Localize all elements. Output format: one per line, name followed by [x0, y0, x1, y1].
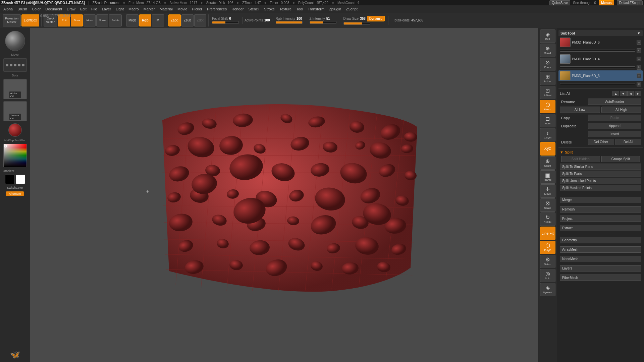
- arrow-left-button[interactable]: ◄: [627, 91, 634, 96]
- all-high-button[interactable]: All High: [601, 107, 642, 113]
- merge-button[interactable]: Merge: [560, 197, 641, 203]
- mesh-eye-3[interactable]: 👁: [637, 82, 641, 86]
- menu-file[interactable]: File: [89, 6, 99, 12]
- projection-master-button[interactable]: Projection Master: [3, 14, 21, 26]
- layers-button[interactable]: Layers: [560, 265, 641, 272]
- menu-preferences[interactable]: Preferences: [205, 6, 229, 12]
- alternate-button[interactable]: Alternate: [6, 191, 23, 196]
- frame-button[interactable]: ▣ Frame: [540, 170, 555, 184]
- menu-alpha[interactable]: Alpha: [1, 6, 15, 12]
- lsym-button[interactable]: ↕ L.Sym: [540, 128, 555, 141]
- persp-button[interactable]: ⬡ Persp: [540, 100, 555, 113]
- solo-button[interactable]: ◎ Solo: [540, 269, 555, 282]
- mesh-eye-2[interactable]: 👁: [637, 65, 641, 70]
- rgb-intensity-bar[interactable]: [276, 21, 303, 24]
- z-intensity-bar[interactable]: [310, 21, 336, 24]
- nanomesh-button[interactable]: NanoMesh: [560, 256, 641, 262]
- menu-render[interactable]: Render: [229, 6, 246, 12]
- arraymesh-button[interactable]: ArrayMesh: [560, 246, 641, 253]
- del-other-button[interactable]: Del Other: [588, 139, 614, 145]
- menu-macro[interactable]: Macro: [126, 6, 141, 12]
- menus-button[interactable]: Menus: [599, 0, 614, 5]
- menu-movie[interactable]: Movie: [175, 6, 189, 12]
- menu-texture[interactable]: Texture: [277, 6, 293, 12]
- geometry-button[interactable]: Geometry: [560, 237, 641, 243]
- swatch-white[interactable]: [16, 175, 25, 184]
- menu-brush[interactable]: Brush: [15, 6, 29, 12]
- paste-button[interactable]: Paste: [588, 115, 641, 121]
- arrow-up-button[interactable]: ▲: [612, 91, 619, 96]
- draw-button[interactable]: Draw: [71, 14, 83, 26]
- split-masked-points-button[interactable]: Split Masked Points: [560, 185, 641, 191]
- menu-stroke[interactable]: Stroke: [262, 6, 277, 12]
- doc-title[interactable]: ZBrush Document: [93, 1, 120, 5]
- mesh-toggle-3[interactable]: ○: [637, 73, 641, 78]
- menu-picker[interactable]: Picker: [190, 6, 204, 12]
- slider-track-1[interactable]: [560, 50, 635, 52]
- mesh-toggle-1[interactable]: ○: [637, 40, 641, 45]
- aahal-button[interactable]: ⊡ AAHal: [540, 86, 555, 99]
- subtool-mesh-row-1[interactable]: PM3D_Plane3D_6 ○: [558, 37, 643, 48]
- insert-button[interactable]: Insert: [588, 131, 641, 137]
- menu-edit[interactable]: Edit: [78, 6, 89, 12]
- split-hidden-button[interactable]: Split Hidden: [561, 156, 600, 162]
- lightbox-button[interactable]: LightBox: [21, 14, 39, 26]
- zoom-button[interactable]: ⊙ Zoom: [540, 58, 555, 71]
- menu-zplugin[interactable]: Zplugin: [327, 6, 343, 12]
- split-unmasked-points-button[interactable]: Split Unmasked Points: [560, 178, 641, 184]
- append-button[interactable]: Append: [588, 123, 641, 129]
- default-zscript-button[interactable]: DefaultZScript: [617, 0, 643, 5]
- color-picker[interactable]: [3, 144, 27, 167]
- material-swatch[interactable]: [8, 123, 22, 137]
- rotate-button[interactable]: Rotate: [109, 14, 122, 26]
- subtool-mesh-row-2[interactable]: PM3D_Plane3D_4 ○: [558, 54, 643, 64]
- move-right-button[interactable]: ✛ Move: [540, 184, 555, 198]
- scroll-button[interactable]: ⊕ Scroll: [540, 44, 555, 57]
- linefit-button[interactable]: Line Fit: [540, 227, 555, 240]
- rotate-right-button[interactable]: ↻ Rotate: [540, 213, 555, 226]
- scale2-right-button[interactable]: ⊠ Scale: [540, 198, 555, 212]
- menu-marker[interactable]: Marker: [142, 6, 157, 12]
- quicksave-button[interactable]: QuickSave: [549, 0, 570, 5]
- brill-button[interactable]: ◈ Brill: [540, 29, 555, 43]
- menu-document[interactable]: Document: [43, 6, 64, 12]
- mesh-canvas[interactable]: [142, 80, 417, 301]
- move-button[interactable]: Move: [84, 14, 96, 26]
- split-to-parts-button[interactable]: Split To Parts: [560, 171, 641, 177]
- menu-layer[interactable]: Layer: [100, 6, 113, 12]
- all-low-button[interactable]: All Low: [560, 107, 600, 113]
- slider-track-2[interactable]: [560, 66, 635, 68]
- setup-button[interactable]: ⚙ Setup: [540, 255, 555, 268]
- slider-track-3[interactable]: [560, 83, 635, 85]
- scale-button[interactable]: Scale: [96, 14, 108, 26]
- dynamic-right-button[interactable]: ◈ Dynami: [540, 283, 555, 296]
- menu-material[interactable]: Material: [158, 6, 175, 12]
- project-button[interactable]: Project: [560, 216, 641, 222]
- remesh-button[interactable]: Remesh: [560, 206, 641, 213]
- polyf-button[interactable]: ⬡ PolyF: [540, 241, 555, 254]
- floor-button[interactable]: ⊟ Floor: [540, 114, 555, 127]
- dynamic-button[interactable]: Dynamic: [367, 16, 385, 21]
- rgb-button[interactable]: Rgb: [139, 14, 151, 26]
- fibermesh-button[interactable]: FiberMesh: [560, 275, 641, 281]
- actual-button[interactable]: ⊞ Actual: [540, 72, 555, 85]
- menu-stencil[interactable]: Stencil: [246, 6, 261, 12]
- swatch-black[interactable]: [5, 175, 14, 184]
- subtool-section-title[interactable]: SubTool ▼: [558, 30, 643, 36]
- zdot-button[interactable]: Zdot: [194, 14, 206, 26]
- menu-color[interactable]: Color: [30, 6, 43, 12]
- menu-tool[interactable]: Tool: [294, 6, 305, 12]
- focal-shift-bar[interactable]: [212, 21, 239, 24]
- arrow-right-button[interactable]: ►: [635, 91, 641, 96]
- del-all-button[interactable]: Del All: [615, 139, 642, 145]
- menu-light[interactable]: Light: [114, 6, 126, 12]
- switch-color-button[interactable]: SwitchColor: [7, 186, 23, 189]
- scale-button-right[interactable]: ⊕ Scale: [540, 156, 555, 170]
- mesh-eye-1[interactable]: 👁: [637, 48, 641, 53]
- texture-preview[interactable]: Texture Off: [3, 101, 27, 121]
- canvas-area[interactable]: +: [30, 28, 557, 362]
- mrgb-button[interactable]: Mrgb: [126, 14, 139, 26]
- m-button[interactable]: M: [152, 14, 164, 26]
- arrow-down-button[interactable]: ▼: [620, 91, 627, 96]
- menu-draw[interactable]: Draw: [65, 6, 77, 12]
